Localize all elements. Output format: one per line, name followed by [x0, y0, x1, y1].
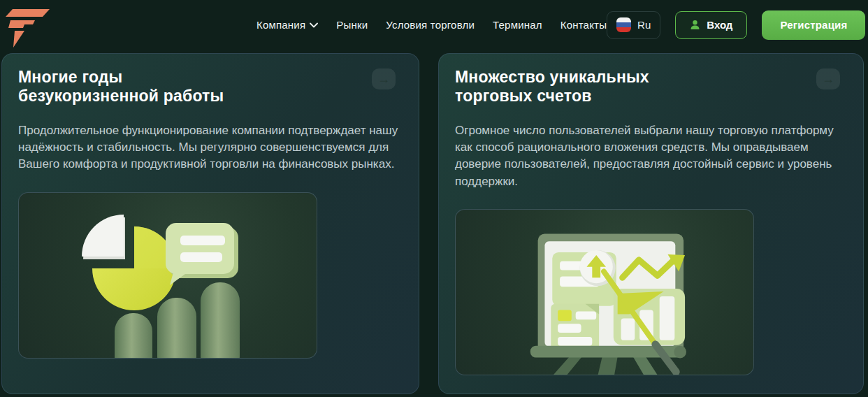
- register-button-label: Регистрация: [780, 19, 847, 31]
- arrow-right-icon: →: [822, 68, 834, 89]
- language-selector[interactable]: Ru: [607, 11, 660, 39]
- illustration-easel-box: [455, 209, 754, 375]
- login-button-label: Вход: [707, 19, 732, 31]
- nav-item-contacts[interactable]: Контакты: [560, 19, 607, 31]
- nav-item-label: Терминал: [493, 19, 542, 31]
- brand-f-bolt-icon: [6, 9, 50, 48]
- card-years-of-work: Многие годы безукоризненной работы → Про…: [1, 53, 419, 394]
- user-icon: [690, 20, 700, 30]
- pie-chart-3d-illustration: [19, 193, 317, 359]
- card-trading-accounts: Множество уникальных торговых счетов → О…: [438, 53, 864, 394]
- logo[interactable]: [3, 5, 52, 51]
- nav-item-markets[interactable]: Рынки: [336, 19, 368, 31]
- card-description: Огромное число пользователей выбрали наш…: [455, 122, 844, 190]
- nav-item-trading-conditions[interactable]: Условия торговли: [386, 19, 475, 31]
- nav-item-company[interactable]: Компания: [256, 19, 318, 31]
- card-title: Многие годы безукоризненной работы: [18, 68, 403, 106]
- nav-item-terminal[interactable]: Терминал: [493, 19, 542, 31]
- main-nav: Компания Рынки Условия торговли Терминал…: [256, 19, 607, 31]
- nav-item-label: Контакты: [560, 19, 607, 31]
- chevron-down-icon: [310, 22, 318, 28]
- nav-item-label: Рынки: [336, 19, 368, 31]
- card-arrow-button[interactable]: →: [372, 68, 396, 89]
- nav-item-label: Условия торговли: [386, 19, 475, 31]
- card-arrow-button[interactable]: →: [816, 68, 840, 89]
- login-button[interactable]: Вход: [675, 11, 747, 39]
- language-code: Ru: [637, 19, 651, 31]
- card-description: Продолжительное функционирование компани…: [18, 122, 403, 173]
- presentation-easel-3d-illustration: [456, 210, 754, 375]
- pie-slice-white: [82, 215, 125, 259]
- header-controls: Ru Вход Регистрация: [607, 10, 865, 40]
- board-note-panel: [551, 304, 599, 352]
- chat-bubble-3d: [166, 223, 238, 285]
- header: Компания Рынки Условия торговли Терминал…: [0, 0, 868, 50]
- feature-cards: Многие годы безукоризненной работы → Про…: [0, 50, 868, 394]
- illustration-pie-chart-box: [18, 192, 317, 359]
- arrow-right-icon: →: [377, 68, 390, 89]
- russia-flag-icon: [616, 17, 631, 32]
- card-title: Множество уникальных торговых счетов: [455, 68, 847, 106]
- register-button[interactable]: Регистрация: [762, 10, 865, 40]
- nav-item-label: Компания: [256, 19, 305, 31]
